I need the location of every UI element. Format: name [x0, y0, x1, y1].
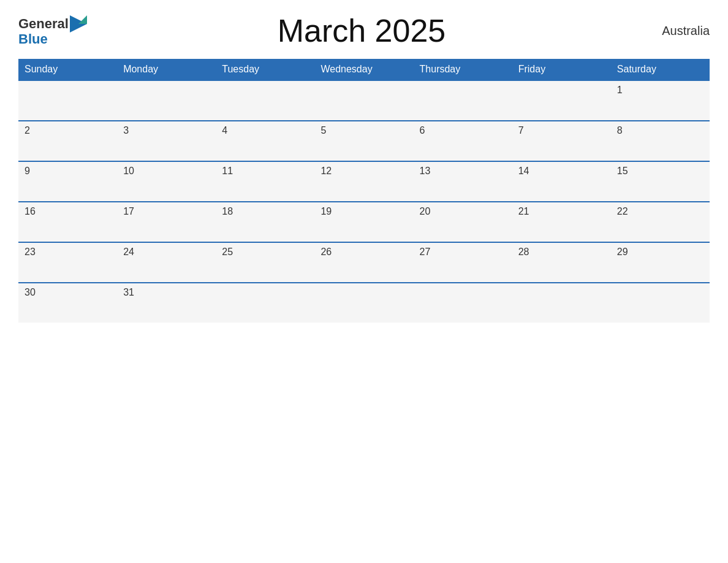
logo: General Blue [18, 15, 87, 46]
day-number: 21 [518, 206, 529, 216]
calendar-cell: 20 [414, 202, 512, 242]
day-number: 11 [222, 166, 233, 176]
calendar-cell [512, 80, 611, 121]
calendar-cell [414, 283, 512, 323]
calendar-cell: 25 [216, 242, 314, 283]
day-number: 22 [617, 206, 628, 216]
day-number: 26 [320, 247, 332, 257]
calendar-header: SundayMondayTuesdayWednesdayThursdayFrid… [18, 59, 710, 80]
calendar-cell: 4 [216, 121, 314, 161]
calendar-cell: 11 [216, 161, 314, 202]
calendar-cell: 23 [18, 242, 117, 283]
calendar-week-row: 1 [18, 80, 710, 121]
calendar-cell [18, 80, 117, 121]
calendar-cell [314, 80, 413, 121]
calendar-cell [216, 80, 314, 121]
day-number: 12 [320, 166, 332, 176]
calendar-cell: 9 [18, 161, 117, 202]
day-number: 4 [222, 125, 227, 136]
logo-icon [70, 15, 87, 33]
day-number: 9 [25, 166, 30, 176]
calendar-cell: 8 [611, 121, 710, 161]
day-header-tuesday: Tuesday [216, 59, 314, 80]
month-title: March 2025 [87, 12, 636, 49]
calendar-week-row: 2345678 [18, 121, 710, 161]
calendar-cell: 13 [414, 161, 512, 202]
logo-top-line: General [18, 15, 87, 33]
day-number: 20 [420, 206, 431, 216]
calendar-cell: 24 [117, 242, 216, 283]
calendar-cell: 3 [117, 121, 216, 161]
day-number: 27 [420, 247, 431, 257]
calendar-cell: 6 [414, 121, 512, 161]
calendar-cell: 15 [611, 161, 710, 202]
calendar-cell: 18 [216, 202, 314, 242]
day-header-monday: Monday [117, 59, 216, 80]
day-number: 14 [518, 166, 529, 176]
day-number: 10 [123, 166, 134, 176]
calendar-cell: 30 [18, 283, 117, 323]
day-number: 19 [320, 206, 332, 216]
day-header-sunday: Sunday [18, 59, 117, 80]
day-number: 3 [123, 125, 129, 136]
day-number: 29 [617, 247, 628, 257]
calendar-cell [611, 283, 710, 323]
svg-marker-1 [78, 15, 87, 24]
calendar-cell: 21 [512, 202, 611, 242]
calendar-header-row: SundayMondayTuesdayWednesdayThursdayFrid… [18, 59, 710, 80]
logo-blue-text: Blue [18, 31, 48, 47]
calendar-cell: 14 [512, 161, 611, 202]
logo-bottom-line: Blue [18, 33, 87, 46]
calendar-table: SundayMondayTuesdayWednesdayThursdayFrid… [18, 59, 710, 323]
calendar-week-row: 9101112131415 [18, 161, 710, 202]
calendar-cell: 27 [414, 242, 512, 283]
calendar-cell: 1 [611, 80, 710, 121]
logo-text-wrapper: General Blue [18, 15, 87, 46]
page-header: General Blue March 2025 Australia [18, 12, 710, 49]
day-number: 7 [518, 125, 524, 136]
country-label: Australia [636, 24, 710, 38]
day-header-friday: Friday [512, 59, 611, 80]
day-number: 31 [123, 287, 134, 297]
calendar-cell [314, 283, 413, 323]
calendar-cell: 12 [314, 161, 413, 202]
calendar-cell: 16 [18, 202, 117, 242]
calendar-cell: 28 [512, 242, 611, 283]
day-header-saturday: Saturday [611, 59, 710, 80]
calendar-cell: 5 [314, 121, 413, 161]
day-number: 15 [617, 166, 628, 176]
calendar-week-row: 3031 [18, 283, 710, 323]
day-header-thursday: Thursday [414, 59, 512, 80]
day-number: 8 [617, 125, 623, 136]
calendar-body: 1234567891011121314151617181920212223242… [18, 80, 710, 323]
day-number: 6 [420, 125, 425, 136]
calendar-cell: 7 [512, 121, 611, 161]
calendar-week-row: 23242526272829 [18, 242, 710, 283]
calendar-cell [512, 283, 611, 323]
calendar-cell: 29 [611, 242, 710, 283]
day-number: 1 [617, 85, 623, 95]
day-number: 30 [25, 287, 36, 297]
calendar-cell: 2 [18, 121, 117, 161]
calendar-cell: 31 [117, 283, 216, 323]
calendar-cell: 19 [314, 202, 413, 242]
day-number: 16 [25, 206, 36, 216]
calendar-cell [117, 80, 216, 121]
day-number: 23 [25, 247, 36, 257]
day-number: 25 [222, 247, 233, 257]
calendar-cell: 26 [314, 242, 413, 283]
calendar-cell [414, 80, 512, 121]
day-number: 13 [420, 166, 431, 176]
day-number: 5 [320, 125, 326, 136]
day-number: 17 [123, 206, 134, 216]
day-number: 24 [123, 247, 134, 257]
calendar-cell [216, 283, 314, 323]
day-number: 28 [518, 247, 529, 257]
day-header-wednesday: Wednesday [314, 59, 413, 80]
logo-general-text: General [18, 17, 69, 31]
calendar-cell: 17 [117, 202, 216, 242]
calendar-week-row: 16171819202122 [18, 202, 710, 242]
calendar-cell: 10 [117, 161, 216, 202]
calendar-cell: 22 [611, 202, 710, 242]
day-number: 18 [222, 206, 233, 216]
